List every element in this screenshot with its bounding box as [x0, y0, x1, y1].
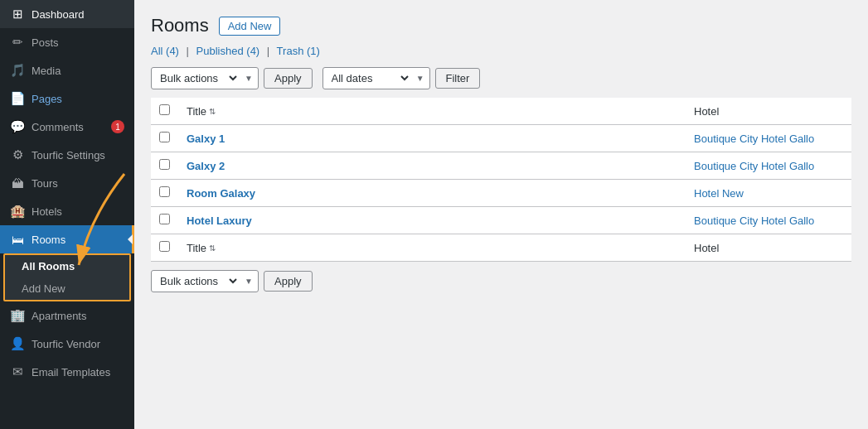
sidebar-item-label: Tours: [32, 177, 58, 190]
row-checkbox[interactable]: [159, 186, 170, 197]
sidebar-item-label: Dashboard: [32, 8, 85, 21]
bulk-actions-dropdown-bottom[interactable]: Bulk actions ▼: [151, 270, 259, 292]
sidebar-item-hotels[interactable]: 🏨 Hotels: [0, 197, 134, 225]
chevron-down-icon: ▼: [245, 74, 253, 83]
bulk-actions-select-top[interactable]: Bulk actions: [157, 71, 240, 85]
sidebar-item-email-templates[interactable]: ✉ Email Templates: [0, 358, 134, 386]
col-hotel-footer: Hotel: [686, 234, 851, 262]
row-hotel: Boutique City Hotel Gallo: [686, 125, 851, 152]
sidebar-item-label: Apartments: [32, 310, 86, 322]
submenu-add-new[interactable]: Add New: [5, 277, 129, 300]
table-row: Galxy 1 Boutique City Hotel Gallo: [151, 125, 851, 152]
sidebar-item-label: Hotels: [32, 205, 62, 218]
sidebar-item-posts[interactable]: ✏ Posts: [0, 28, 134, 56]
sidebar-item-label: Posts: [32, 36, 59, 49]
bulk-actions-select-bottom[interactable]: Bulk actions: [157, 274, 240, 288]
sidebar-item-label: Tourfic Settings: [32, 149, 105, 161]
sidebar-item-label: Tourfic Vendor: [32, 338, 100, 350]
sidebar-item-label: Rooms: [32, 234, 65, 246]
submenu-all-rooms[interactable]: All Rooms: [5, 255, 129, 277]
apply-button-bottom[interactable]: Apply: [264, 271, 313, 292]
pages-icon: 📄: [10, 91, 25, 106]
row-hotel-link[interactable]: Hotel New: [694, 187, 744, 200]
row-title-link[interactable]: Room Galaxy: [187, 187, 255, 200]
sort-icon: ⇅: [209, 107, 216, 116]
table-body: Galxy 1 Boutique City Hotel Gallo Galxy …: [151, 125, 851, 234]
toolbar-bottom: Bulk actions ▼ Apply: [151, 270, 851, 292]
sidebar-item-media[interactable]: 🎵 Media: [0, 56, 134, 84]
hotels-icon: 🏨: [10, 204, 25, 219]
select-all-checkbox-bottom[interactable]: [159, 241, 170, 252]
tourfic-settings-icon: ⚙: [10, 147, 25, 162]
row-title: Galxy 1: [178, 125, 686, 152]
row-checkbox[interactable]: [159, 159, 170, 170]
sidebar-item-comments[interactable]: 💬 Comments 1: [0, 113, 134, 141]
chevron-down-icon-dates: ▼: [416, 74, 424, 83]
sidebar-item-label: Email Templates: [32, 366, 110, 378]
filter-all-link[interactable]: All (4): [151, 45, 179, 57]
sort-icon-footer: ⇅: [209, 243, 216, 253]
sidebar-item-dashboard[interactable]: ⊞ Dashboard: [0, 0, 134, 28]
chevron-down-icon-bottom: ▼: [245, 277, 253, 286]
all-dates-dropdown[interactable]: All dates ▼: [322, 67, 430, 89]
sep2: |: [267, 45, 269, 57]
row-checkbox[interactable]: [159, 214, 170, 224]
sidebar-item-tourfic-vendor[interactable]: 👤 Tourfic Vendor: [0, 330, 134, 358]
row-title: Hotel Laxury: [178, 207, 686, 234]
page-title: Rooms: [151, 15, 209, 36]
row-hotel-link[interactable]: Boutique City Hotel Gallo: [694, 214, 814, 227]
sidebar-item-pages[interactable]: 📄 Pages: [0, 84, 134, 113]
col-title-footer: Title ⇅: [178, 234, 686, 262]
apartments-icon: 🏢: [10, 308, 25, 323]
tourfic-vendor-icon: 👤: [10, 336, 25, 351]
select-all-checkbox-top[interactable]: [159, 104, 170, 115]
table-header-row: Title ⇅ Hotel: [151, 98, 851, 125]
table-row: Room Galaxy Hotel New: [151, 180, 851, 207]
filter-links: All (4) | Published (4) | Trash (1): [151, 45, 851, 57]
rooms-icon: 🛏: [10, 232, 25, 247]
row-hotel-link[interactable]: Boutique City Hotel Gallo: [694, 160, 814, 172]
filter-trash-link[interactable]: Trash (1): [277, 45, 320, 57]
row-title-link[interactable]: Hotel Laxury: [187, 214, 252, 227]
posts-icon: ✏: [10, 35, 25, 50]
tours-icon: 🏔: [10, 176, 25, 190]
dashboard-icon: ⊞: [10, 7, 25, 22]
filter-button[interactable]: Filter: [435, 68, 481, 89]
media-icon: 🎵: [10, 63, 25, 78]
col-hotel-header: Hotel: [686, 98, 851, 125]
sidebar-item-label: Pages: [32, 93, 62, 105]
sidebar-item-label: Media: [32, 65, 61, 77]
sidebar-item-tourfic-settings[interactable]: ⚙ Tourfic Settings: [0, 141, 134, 169]
row-checkbox[interactable]: [159, 132, 170, 142]
bulk-actions-dropdown-top[interactable]: Bulk actions ▼: [151, 67, 259, 89]
sidebar-item-apartments[interactable]: 🏢 Apartments: [0, 301, 134, 330]
rooms-table: Title ⇅ Hotel Galxy 1 Boutique City Hote…: [151, 98, 851, 262]
table-row: Galxy 2 Boutique City Hotel Gallo: [151, 152, 851, 180]
email-templates-icon: ✉: [10, 364, 25, 379]
row-hotel: Boutique City Hotel Gallo: [686, 152, 851, 180]
sidebar: ⊞ Dashboard ✏ Posts 🎵 Media 📄 Pages 💬 Co…: [0, 0, 134, 429]
row-hotel-link[interactable]: Boutique City Hotel Gallo: [694, 133, 814, 145]
add-new-button[interactable]: Add New: [219, 17, 281, 36]
all-dates-select[interactable]: All dates: [328, 71, 411, 85]
row-hotel: Boutique City Hotel Gallo: [686, 207, 851, 234]
filter-published-link[interactable]: Published (4): [196, 45, 260, 57]
comments-icon: 💬: [10, 119, 25, 134]
row-title: Galxy 2: [178, 152, 686, 180]
sidebar-item-rooms[interactable]: 🛏 Rooms: [0, 225, 134, 253]
row-title-link[interactable]: Galxy 1: [187, 133, 225, 145]
table-footer-row: Title ⇅ Hotel: [151, 234, 851, 262]
comments-badge: 1: [111, 120, 124, 133]
page-header: Rooms Add New: [151, 15, 851, 36]
sidebar-item-tours[interactable]: 🏔 Tours: [0, 169, 134, 197]
main-content: Rooms Add New All (4) | Published (4) | …: [134, 0, 868, 429]
table-row: Hotel Laxury Boutique City Hotel Gallo: [151, 207, 851, 234]
sep1: |: [187, 45, 189, 57]
apply-button-top[interactable]: Apply: [264, 68, 313, 89]
row-title-link[interactable]: Galxy 2: [187, 160, 225, 172]
rooms-submenu: All Rooms Add New: [3, 253, 131, 301]
row-hotel: Hotel New: [686, 180, 851, 207]
sidebar-item-label: Comments: [32, 121, 84, 133]
toolbar-top: Bulk actions ▼ Apply All dates ▼ Filter: [151, 67, 851, 89]
row-title: Room Galaxy: [178, 180, 686, 207]
